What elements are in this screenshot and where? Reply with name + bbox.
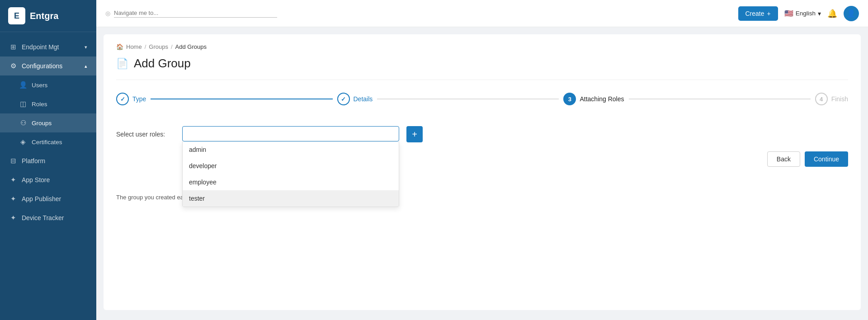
sidebar-item-label: Users xyxy=(32,82,47,89)
user-avatar-button[interactable]: 👤 xyxy=(844,6,859,21)
dropdown-item-employee[interactable]: employee xyxy=(183,174,399,190)
step-attaching-roles-circle: 3 xyxy=(563,93,576,105)
sidebar-item-platform[interactable]: ⊟ Platform xyxy=(0,151,96,170)
select-roles-label: Select user roles: xyxy=(116,126,175,138)
sidebar-item-label: Certificates xyxy=(32,139,62,146)
page-card: 🏠 Home / Groups / Add Groups 📄 Add Group… xyxy=(104,34,861,310)
page-title-text: Add Group xyxy=(134,56,191,71)
add-role-button[interactable]: + xyxy=(406,126,423,142)
sidebar-item-device-tracker[interactable]: ✦ Device Tracker xyxy=(0,208,96,227)
sidebar-item-roles[interactable]: ◫ Roles xyxy=(0,94,96,113)
app-publisher-icon: ✦ xyxy=(9,195,17,203)
step-finish-circle: 4 xyxy=(815,93,828,105)
step-type-circle: ✓ xyxy=(116,93,129,105)
sidebar-item-label: Groups xyxy=(32,120,52,127)
notifications-button[interactable]: 🔔 xyxy=(827,9,837,19)
main-area: ◎ Create + 🇺🇸 English ▾ 🔔 👤 🏠 Home / xyxy=(96,0,868,320)
sidebar-item-certificates[interactable]: ◈ Certificates xyxy=(0,132,96,151)
dropdown-item-developer[interactable]: developer xyxy=(183,158,399,174)
roles-dropdown: admin developer employee tester xyxy=(182,141,399,207)
device-tracker-icon: ✦ xyxy=(9,214,17,222)
sidebar-item-configurations[interactable]: ⚙ Configurations ▴ xyxy=(0,56,96,75)
step-line-3 xyxy=(629,99,811,99)
language-label: English xyxy=(796,10,816,17)
sidebar-item-label: Platform xyxy=(22,157,45,165)
sidebar-item-users[interactable]: 👤 Users xyxy=(0,75,96,94)
plus-icon: + xyxy=(412,129,417,140)
step-line-2 xyxy=(377,99,559,99)
breadcrumb-home[interactable]: Home xyxy=(126,43,142,50)
continue-button[interactable]: Continue xyxy=(805,151,848,167)
flag-icon: 🇺🇸 xyxy=(784,9,793,18)
sidebar-item-label: App Store xyxy=(22,176,50,184)
topbar-right: Create + 🇺🇸 English ▾ 🔔 👤 xyxy=(738,6,859,21)
language-selector[interactable]: 🇺🇸 English ▾ xyxy=(784,9,821,18)
roles-search-input[interactable] xyxy=(182,126,399,141)
sidebar-item-app-publisher[interactable]: ✦ App Publisher xyxy=(0,189,96,208)
nav-search: ◎ xyxy=(105,9,277,18)
breadcrumb-current: Add Groups xyxy=(175,43,207,50)
users-icon: 👤 xyxy=(19,81,27,89)
sidebar: E Entgra ⊞ Endpoint Mgt ▾ ⚙ Configuratio… xyxy=(0,0,96,320)
sidebar-item-label: Device Tracker xyxy=(22,214,64,221)
logo-icon: E xyxy=(8,7,25,24)
step-details-label: Details xyxy=(354,95,373,103)
step-attaching-roles: 3 Attaching Roles xyxy=(563,93,624,105)
certificates-icon: ◈ xyxy=(19,138,27,146)
home-icon: 🏠 xyxy=(116,43,123,50)
chevron-down-icon: ▾ xyxy=(818,10,821,17)
roles-input-wrapper: admin developer employee tester xyxy=(182,126,399,141)
form-row-roles: Select user roles: admin developer emplo… xyxy=(116,126,848,142)
app-store-icon: ✦ xyxy=(9,176,17,184)
sidebar-item-groups[interactable]: ⚇ Groups xyxy=(0,113,96,132)
step-details: ✓ Details xyxy=(337,93,373,105)
configurations-icon: ⚙ xyxy=(9,62,17,70)
breadcrumb: 🏠 Home / Groups / Add Groups xyxy=(116,43,848,50)
sidebar-logo: E Entgra xyxy=(0,0,96,32)
dropdown-item-tester[interactable]: tester xyxy=(183,190,399,207)
plus-icon: + xyxy=(767,10,771,17)
step-finish-label: Finish xyxy=(831,95,848,103)
topbar: ◎ Create + 🇺🇸 English ▾ 🔔 👤 xyxy=(96,0,868,27)
sidebar-item-label: Configurations xyxy=(22,62,62,70)
groups-icon: ⚇ xyxy=(19,119,27,127)
platform-icon: ⊟ xyxy=(9,157,17,165)
chevron-icon: ▴ xyxy=(85,63,87,69)
stepper: ✓ Type ✓ Details 3 Attaching Roles xyxy=(116,93,848,105)
back-button[interactable]: Back xyxy=(767,151,800,167)
sidebar-item-label: Roles xyxy=(32,101,47,108)
page-title: 📄 Add Group xyxy=(116,56,848,80)
breadcrumb-groups[interactable]: Groups xyxy=(149,43,168,50)
step-line-1 xyxy=(151,99,332,99)
page-title-icon: 📄 xyxy=(116,58,128,70)
endpoint-mgt-icon: ⊞ xyxy=(9,43,17,51)
step-type: ✓ Type xyxy=(116,93,146,105)
sidebar-item-label: Endpoint Mgt xyxy=(22,43,59,51)
form-section: Select user roles: admin developer emplo… xyxy=(116,122,848,205)
roles-icon: ◫ xyxy=(19,100,27,108)
sidebar-item-app-store[interactable]: ✦ App Store xyxy=(0,170,96,189)
create-button[interactable]: Create + xyxy=(738,6,778,21)
step-details-circle: ✓ xyxy=(337,93,350,105)
step-attaching-roles-label: Attaching Roles xyxy=(580,95,624,103)
chevron-icon: ▾ xyxy=(85,44,87,50)
sidebar-navigation: ⊞ Endpoint Mgt ▾ ⚙ Configurations ▴ 👤 Us… xyxy=(0,32,96,320)
search-icon: ◎ xyxy=(105,10,110,17)
breadcrumb-sep-1: / xyxy=(145,43,146,50)
logo-text: Entgra xyxy=(30,11,58,21)
step-finish: 4 Finish xyxy=(815,93,848,105)
search-input[interactable] xyxy=(114,9,277,18)
breadcrumb-sep-2: / xyxy=(171,43,173,50)
step-type-label: Type xyxy=(132,95,146,103)
sidebar-item-endpoint-mgt[interactable]: ⊞ Endpoint Mgt ▾ xyxy=(0,38,96,56)
sidebar-item-label: App Publisher xyxy=(22,195,61,202)
page-content: 🏠 Home / Groups / Add Groups 📄 Add Group… xyxy=(96,27,868,320)
dropdown-item-admin[interactable]: admin xyxy=(183,141,399,158)
